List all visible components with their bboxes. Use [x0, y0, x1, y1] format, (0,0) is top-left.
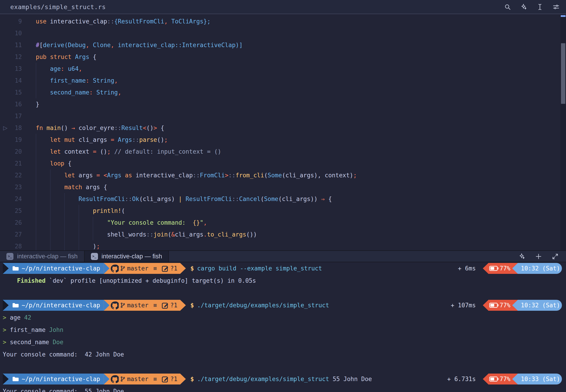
code-line[interactable]: 28);: [0, 240, 566, 251]
code-line[interactable]: 13age: u64,: [0, 63, 566, 75]
code-line[interactable]: 11#[derive(Debug, Clone, interactive_cla…: [0, 39, 566, 51]
line-gutter: 20: [0, 146, 22, 157]
token: :: [61, 65, 64, 72]
terminal-blank-line: [3, 361, 562, 373]
indent-guide: [64, 229, 79, 240]
indent-guide: [50, 181, 64, 193]
terminal-tab-2[interactable]: >_interactive-clap — fish: [85, 251, 169, 262]
terminal-tabs: >_interactive-clap — fish>_interactive-c…: [0, 251, 169, 262]
indent-guide: [50, 217, 64, 229]
indent-guide: [50, 205, 64, 217]
code-line[interactable]: ▷18fn main() → color_eyre::Result<()> {: [0, 122, 566, 134]
assistant-sparkle-icon[interactable]: [520, 3, 527, 11]
token: FromCli: [200, 172, 225, 179]
git-sync-status: ≡: [150, 373, 160, 385]
scrollbar-thumb[interactable]: [561, 43, 565, 104]
indent-guide: [93, 229, 107, 240]
token: Some: [268, 172, 282, 179]
git-sync-status: ≡: [150, 262, 160, 275]
code-line[interactable]: 22let args = <Args as interactive_clap::…: [0, 169, 566, 181]
token: args: [82, 184, 100, 191]
editor-lines[interactable]: 9use interactive_clap::{ResultFromCli, T…: [0, 14, 566, 251]
code-line[interactable]: 26"Your console command: {}",: [0, 217, 566, 229]
token: interactive_clap::InteractiveClap)]: [114, 42, 243, 48]
token: ;: [96, 243, 100, 250]
token: color_eyre: [75, 125, 114, 131]
editor-title-bar: examples/simple_struct.rs: [0, 0, 566, 14]
terminal-output[interactable]: ~/p/n/interactive-clapmaster ≡ ?1$cargo …: [0, 262, 566, 392]
terminal-prompt-line: ~/p/n/interactive-clapmaster ≡ ?1$cargo …: [3, 262, 562, 275]
line-gutter: 28: [0, 240, 22, 251]
token: [3, 277, 17, 284]
search-icon[interactable]: [504, 3, 511, 11]
indent-guide: [64, 217, 79, 229]
token: age: [10, 314, 24, 321]
line-gutter: 11: [0, 39, 22, 51]
text-cursor-icon[interactable]: [536, 3, 543, 11]
code-line[interactable]: 24ResultFromCli::Ok(cli_args) | ResultFr…: [0, 193, 566, 205]
indent-guide: [36, 169, 50, 181]
editor-scrollbar[interactable]: [560, 14, 566, 251]
prompt-right: + 107ms77%10:32 (Sat): [451, 300, 562, 311]
indent-guide: [36, 240, 50, 251]
indent-guide: [79, 205, 93, 217]
code-text: age: u64,: [36, 63, 82, 75]
battery-icon: [489, 266, 499, 271]
token: |: [175, 196, 182, 202]
battery-percent: 77%: [500, 299, 510, 311]
code-line[interactable]: 17: [0, 110, 566, 122]
code-line[interactable]: 14first_name: String,: [0, 75, 566, 86]
token: let mut: [50, 136, 75, 143]
command-text: ./target/debug/examples/simple_struct: [197, 299, 329, 311]
code-text: let context = (); // default: input_cont…: [36, 146, 221, 157]
code-line[interactable]: 23match args {: [0, 181, 566, 193]
terminal-prompt-line: ~/p/n/interactive-clapmaster ≡ ?1$./targ…: [3, 299, 562, 311]
line-gutter: ▷18: [0, 122, 22, 134]
settings-sliders-icon[interactable]: [552, 3, 560, 11]
code-line[interactable]: 16}: [0, 98, 566, 110]
line-number: 10: [15, 30, 22, 37]
code-text: loop {: [36, 157, 72, 169]
code-line[interactable]: 9use interactive_clap::{ResultFromCli, T…: [0, 15, 566, 27]
indent-guide: [36, 157, 50, 169]
token: ;: [107, 148, 111, 155]
code-line[interactable]: 21loop {: [0, 157, 566, 169]
indent-guide: [36, 181, 50, 193]
assistant-sparkle-icon[interactable]: [518, 253, 525, 260]
new-terminal-button[interactable]: [535, 253, 542, 260]
cwd-path: ~/p/n/interactive-clap: [22, 299, 100, 311]
terminal-tab-1[interactable]: >_interactive-clap — fish: [0, 251, 85, 262]
token: Result: [121, 125, 143, 131]
code-text: second_name: String,: [36, 86, 121, 98]
token: // default: input_context = (): [111, 148, 221, 155]
git-edit-icon: [162, 265, 169, 272]
token: Cancel: [239, 196, 260, 202]
indent-guide: [36, 193, 50, 205]
token: ::: [146, 231, 153, 238]
token: ::: [193, 172, 200, 179]
token: =: [89, 148, 96, 155]
code-line[interactable]: 20let context = (); // default: input_co…: [0, 146, 566, 157]
token: ToCliArgs};: [168, 18, 210, 25]
code-line[interactable]: 27shell_words::join(&cli_args.to_cli_arg…: [0, 229, 566, 240]
code-line[interactable]: 19let mut cli_args = Args::parse();: [0, 134, 566, 146]
expand-panel-icon[interactable]: [552, 253, 559, 260]
code-line[interactable]: 12pub struct Args {: [0, 51, 566, 63]
indent-guide: [64, 205, 79, 217]
indent-guide: [50, 240, 64, 251]
code-text: println!(: [36, 205, 125, 217]
token: (): [61, 125, 68, 131]
token: ()): [246, 231, 257, 238]
fold-chevron-icon[interactable]: ▷: [3, 122, 7, 134]
code-text: let mut cli_args = Args::parse();: [36, 134, 168, 146]
token: cli_args: [143, 196, 171, 202]
line-number: 17: [15, 113, 22, 120]
terminal-tab-bar: >_interactive-clap — fish>_interactive-c…: [0, 251, 566, 262]
token: ): [171, 196, 175, 202]
indent-guide: [36, 75, 50, 86]
code-line[interactable]: 25println!(: [0, 205, 566, 217]
token: fn: [36, 125, 43, 131]
token: (: [264, 172, 268, 179]
code-line[interactable]: 15second_name: String,: [0, 86, 566, 98]
code-line[interactable]: 10: [0, 27, 566, 39]
